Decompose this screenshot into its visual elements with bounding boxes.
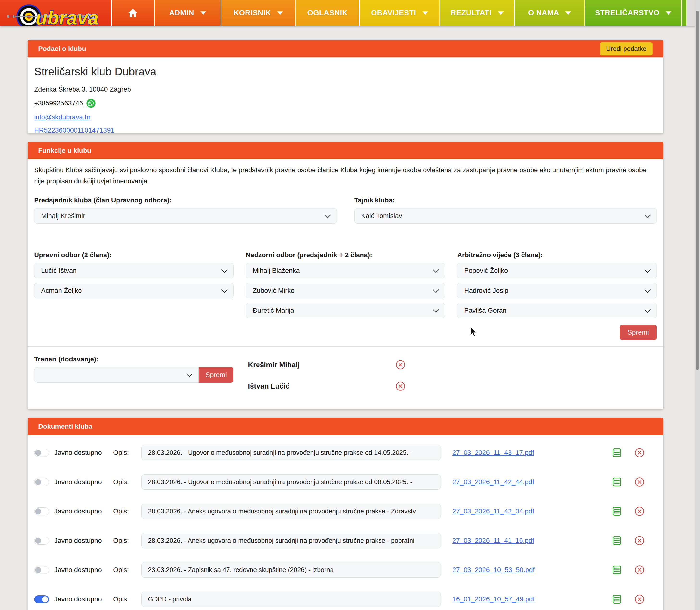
description-input[interactable]: 28.03.2026. - Aneks ugovora o međusobnoj… — [142, 503, 441, 519]
chevron-down-icon — [221, 267, 228, 273]
remove-trainer-icon[interactable] — [395, 360, 405, 370]
delete-document-icon[interactable] — [634, 506, 645, 516]
document-log-icon[interactable] — [611, 477, 622, 487]
whatsapp-icon[interactable] — [86, 98, 96, 108]
description-input[interactable]: 28.03.2026. - Aneks ugovora o međusobnoj… — [142, 533, 441, 548]
public-label: Javno dostupno — [54, 508, 104, 515]
arbitrazno-vijece-label: Arbitražno vijeće (3 člana): — [457, 251, 657, 259]
opis-label: Opis: — [113, 478, 129, 486]
document-row: Javno dostupno Opis: 28.03.2026. - Ugovo… — [28, 438, 663, 467]
nav-admin-button[interactable]: ADMIN — [155, 0, 221, 26]
pdf-link[interactable]: 27_03_2026_11_42_04.pdf — [452, 508, 596, 515]
document-log-icon[interactable] — [611, 535, 622, 546]
description-input[interactable]: 28.03.2026. - Ugovor o međusobnoj suradn… — [142, 474, 441, 490]
nav-onama-button[interactable]: O NAMA — [515, 0, 585, 26]
pdf-link[interactable]: 27_03_2026_11_41_16.pdf — [452, 537, 596, 544]
functions-card-title: Funkcije u klubu — [38, 147, 91, 155]
description-input[interactable]: GDPR - privola — [142, 592, 441, 607]
delete-document-icon[interactable] — [634, 477, 645, 487]
nav-obavijesti-button[interactable]: OBAVIJESTI — [360, 0, 439, 26]
delete-document-icon[interactable] — [634, 448, 645, 458]
arbitrazno-select-2[interactable]: Hadrović Josip — [457, 283, 657, 298]
arbitrazno-select-3[interactable]: Pavliša Goran — [457, 303, 657, 318]
nav-oglasnik-button[interactable]: OGLASNIK — [296, 0, 359, 26]
nav-rezultati-label: REZULTATI — [451, 9, 492, 17]
toggle-knob — [35, 509, 41, 514]
opis-label: Opis: — [113, 566, 129, 574]
public-toggle[interactable] — [34, 537, 49, 545]
description-value: 23.03.2026. - Zapisnik sa 47. redovne sk… — [148, 566, 334, 574]
arbitrazno-value-3: Pavliša Goran — [464, 307, 506, 315]
upravni-odbor-select-2[interactable]: Acman Željko — [34, 283, 234, 298]
nav-strelicarstvo-button[interactable]: STRELIČARSTVO — [585, 0, 681, 26]
treneri-select[interactable] — [34, 367, 198, 383]
upravni-value-1: Lučić Ištvan — [41, 267, 77, 274]
functions-card-header: Funkcije u klubu — [28, 142, 663, 159]
public-toggle[interactable] — [34, 449, 49, 457]
delete-document-icon[interactable] — [634, 565, 645, 575]
nadzorni-odbor-select-1[interactable]: Mihalj Blaženka — [246, 263, 445, 278]
document-row: Javno dostupno Opis: GDPR - privola 16_0… — [28, 584, 663, 610]
dubrava-logo-icon: ubrava — [0, 0, 111, 26]
delete-document-icon[interactable] — [634, 594, 645, 604]
pdf-link[interactable]: 27_03_2026_10_53_50.pdf — [452, 566, 596, 574]
iban-link[interactable]: HR5223600001101471391 — [34, 127, 114, 133]
tajnik-label: Tajnik kluba: — [354, 196, 657, 204]
pdf-link[interactable]: 27_03_2026_11_43_17.pdf — [452, 449, 596, 456]
public-toggle[interactable] — [34, 478, 49, 486]
chevron-down-icon — [644, 306, 651, 313]
tajnik-select[interactable]: Kaić Tomislav — [354, 208, 657, 224]
email-link[interactable]: info@skdubrava.hr — [34, 113, 91, 121]
nav-home-button[interactable] — [112, 0, 154, 26]
public-toggle[interactable] — [34, 595, 49, 603]
description-value: 28.03.2026. - Aneks ugovora o međusobnoj… — [148, 508, 416, 515]
document-log-icon[interactable] — [611, 447, 622, 458]
nav-korisnik-button[interactable]: KORISNIK — [221, 0, 295, 26]
scrollbar-thumb[interactable] — [696, 11, 699, 370]
delete-document-icon[interactable] — [634, 535, 645, 546]
nav-rezultati-button[interactable]: REZULTATI — [440, 0, 514, 26]
trainer-row: Krešimir Mihalj — [248, 359, 405, 370]
nadzorni-odbor-select-3[interactable]: Đuretić Marija — [246, 303, 445, 318]
save-trainer-button[interactable]: Spremi — [198, 367, 234, 383]
club-functions-card: Funkcije u klubu Skupštinu Kluba sačinja… — [28, 142, 663, 409]
phone-link[interactable]: +385992563746 — [34, 99, 83, 107]
nadzorni-odbor-label: Nadzorni odbor (predsjednik + 2 člana): — [246, 251, 445, 259]
toggle-knob — [35, 567, 41, 573]
save-functions-button[interactable]: Spremi — [620, 325, 657, 340]
svg-text:ubrava: ubrava — [35, 7, 98, 26]
club-logo[interactable]: ubrava — [0, 0, 111, 26]
nadzorni-odbor-select-2[interactable]: Zubović Mirko — [246, 283, 445, 298]
edit-club-button[interactable]: Uredi podatke — [600, 42, 653, 55]
arbitrazno-value-2: Hadrović Josip — [464, 287, 508, 294]
trainer-name: Ištvan Lučić — [248, 382, 289, 390]
nav-oglasnik-label: OGLASNIK — [307, 9, 348, 17]
document-log-icon[interactable] — [611, 564, 622, 575]
public-label: Javno dostupno — [54, 566, 104, 574]
documents-card-header: Dokumenti kluba — [28, 418, 663, 435]
chevron-down-icon — [644, 287, 651, 293]
upravni-value-2: Acman Željko — [41, 287, 82, 294]
club-card-header: Podaci o klubu Uredi podatke — [28, 40, 663, 58]
description-input[interactable]: 23.03.2026. - Zapisnik sa 47. redovne sk… — [142, 562, 441, 578]
main-navbar: ubrava ADMIN KORISNIK OGLASNIK OBAVIJEST… — [0, 0, 700, 26]
pdf-link[interactable]: 27_03_2026_11_42_44.pdf — [452, 478, 596, 486]
upravni-odbor-select-1[interactable]: Lučić Ištvan — [34, 263, 234, 278]
club-card-body: Streličarski klub Dubrava Zdenka Škreba … — [28, 58, 663, 133]
opis-label: Opis: — [113, 537, 129, 544]
document-log-icon[interactable] — [611, 594, 622, 605]
public-toggle[interactable] — [34, 508, 49, 515]
document-log-icon[interactable] — [611, 506, 622, 517]
arbitrazno-select-1[interactable]: Popović Željko — [457, 263, 657, 278]
description-value: 28.03.2026. - Ugovor o međusobnoj suradn… — [148, 449, 412, 456]
predsjednik-select[interactable]: Mihalj Krešimir — [34, 208, 337, 224]
remove-trainer-icon[interactable] — [395, 381, 405, 391]
club-info-card: Podaci o klubu Uredi podatke Streličarsk… — [28, 40, 663, 133]
nav-partial-button — [682, 0, 686, 26]
pdf-link[interactable]: 16_01_2026_10_57_49.pdf — [452, 595, 596, 603]
description-input[interactable]: 28.03.2026. - Ugovor o međusobnoj suradn… — [142, 445, 441, 460]
public-label: Javno dostupno — [54, 537, 104, 544]
public-toggle[interactable] — [34, 566, 49, 574]
chevron-down-icon — [186, 371, 193, 377]
caret-down-icon — [200, 11, 206, 15]
